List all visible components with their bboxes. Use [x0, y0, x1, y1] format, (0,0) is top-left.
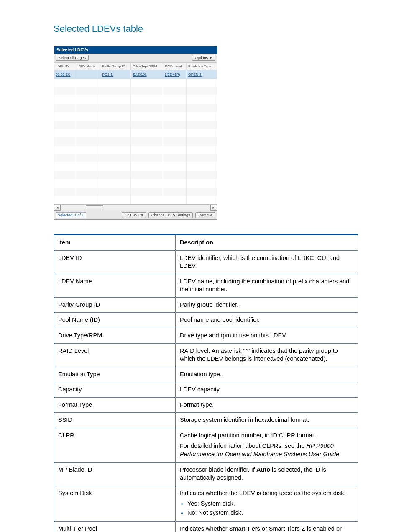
cell	[100, 104, 131, 112]
table-row: Multi-Tier PoolIndicates whether Smart T…	[54, 522, 358, 532]
cell	[75, 179, 100, 188]
edit-ssids-button[interactable]: Edit SSIDs	[122, 212, 146, 218]
cell	[54, 196, 75, 204]
item-cell: Drive Type/RPM	[54, 328, 176, 343]
options-button[interactable]: Options ▼	[192, 55, 215, 61]
col-raid-level[interactable]: RAID Level	[163, 63, 186, 70]
table-row	[54, 112, 217, 121]
select-all-pages-button[interactable]: Select All Pages	[56, 55, 89, 61]
description-cell: Emulation type.	[176, 367, 358, 382]
item-cell: Format Type	[54, 397, 176, 413]
cell	[54, 87, 75, 95]
table-row	[54, 79, 217, 87]
cell	[75, 188, 100, 196]
cell	[131, 137, 163, 146]
cell	[187, 196, 217, 204]
col-ldev-id[interactable]: LDEV ID	[54, 63, 75, 70]
cell	[163, 162, 186, 171]
cell	[163, 188, 186, 196]
cell	[187, 171, 217, 179]
cell	[54, 137, 75, 146]
item-cell: System Disk	[54, 486, 176, 522]
cell	[100, 171, 131, 179]
cell	[100, 79, 131, 87]
cell	[131, 112, 163, 121]
table-row: LDEV NameLDEV name, including the combin…	[54, 274, 358, 297]
header-description: Description	[176, 235, 358, 251]
description-cell: Cache logical partition number, in ID:CL…	[176, 428, 358, 462]
panel-title: Selected LDEVs	[54, 46, 217, 54]
cell	[100, 112, 131, 121]
description-cell: Storage system identifier in hexadecimal…	[176, 413, 358, 428]
table-row	[54, 95, 217, 104]
col-emulation-type[interactable]: Emulation Type	[187, 63, 217, 70]
table-row	[54, 104, 217, 112]
table-row: Parity Group IDParity group identifier.	[54, 297, 358, 313]
cell	[100, 196, 131, 204]
cell	[75, 146, 100, 154]
scroll-thumb[interactable]	[86, 205, 103, 210]
table-row	[54, 129, 217, 137]
description-cell: Parity group identifier.	[176, 297, 358, 313]
section-heading: Selected LDEVs table	[54, 23, 358, 34]
panel-footer: Selected: 1 of 1 Edit SSIDs Change LDEV …	[54, 211, 217, 219]
cell	[131, 162, 163, 171]
table-row	[54, 162, 217, 171]
cell	[187, 154, 217, 162]
header-item: Item	[54, 235, 176, 251]
table-row[interactable]: 00:02:BCPG1-1SAS/10k5(3D+1P)OPEN-3	[54, 70, 217, 79]
item-cell: Multi-Tier Pool	[54, 522, 176, 532]
description-cell: Indicates whether the LDEV is being used…	[176, 486, 358, 522]
table-row	[54, 121, 217, 129]
cell	[100, 121, 131, 129]
table-row: CapacityLDEV capacity.	[54, 382, 358, 398]
cell	[75, 112, 100, 121]
chevron-down-icon: ▼	[209, 56, 212, 60]
cell	[75, 95, 100, 104]
cell	[54, 79, 75, 87]
cell: 5(3D+1P)	[163, 70, 186, 79]
cell	[187, 146, 217, 154]
cell	[163, 129, 186, 137]
cell	[163, 137, 186, 146]
table-row	[54, 179, 217, 188]
cell	[54, 121, 75, 129]
ldev-grid: LDEV ID LDEV Name Parity Group ID Drive …	[54, 62, 217, 204]
cell	[75, 129, 100, 137]
cell	[187, 188, 217, 196]
change-ldev-settings-button[interactable]: Change LDEV Settings	[148, 212, 193, 218]
cell	[131, 154, 163, 162]
remove-button[interactable]: Remove	[195, 212, 215, 218]
cell	[75, 87, 100, 95]
horizontal-scrollbar[interactable]: ◄ ►	[54, 204, 217, 211]
cell	[54, 171, 75, 179]
cell	[54, 179, 75, 188]
cell	[131, 79, 163, 87]
cell	[163, 104, 186, 112]
col-ldev-name[interactable]: LDEV Name	[75, 63, 100, 70]
options-label: Options	[195, 56, 208, 60]
cell	[100, 129, 131, 137]
cell	[131, 95, 163, 104]
col-drive-type-rpm[interactable]: Drive Type/RPM	[131, 63, 163, 70]
cell	[187, 179, 217, 188]
cell	[54, 112, 75, 121]
selected-status: Selected: 1 of 1	[56, 212, 86, 218]
cell	[54, 129, 75, 137]
scroll-track[interactable]	[61, 205, 210, 210]
description-cell: LDEV identifier, which is the combinatio…	[176, 250, 358, 274]
cell	[163, 112, 186, 121]
cell	[163, 95, 186, 104]
cell	[163, 196, 186, 204]
cell	[75, 104, 100, 112]
panel-toolbar: Select All Pages Options ▼	[54, 54, 217, 62]
cell	[75, 137, 100, 146]
description-cell: Processor blade identifier. If Auto is s…	[176, 462, 358, 486]
description-cell: Drive type and rpm in use on this LDEV.	[176, 328, 358, 343]
scroll-right-icon[interactable]: ►	[210, 205, 217, 211]
cell	[131, 146, 163, 154]
scroll-left-icon[interactable]: ◄	[54, 205, 61, 211]
cell	[163, 171, 186, 179]
col-parity-group-id[interactable]: Parity Group ID	[100, 63, 131, 70]
table-row: Pool Name (ID)Pool name and pool identif…	[54, 313, 358, 328]
